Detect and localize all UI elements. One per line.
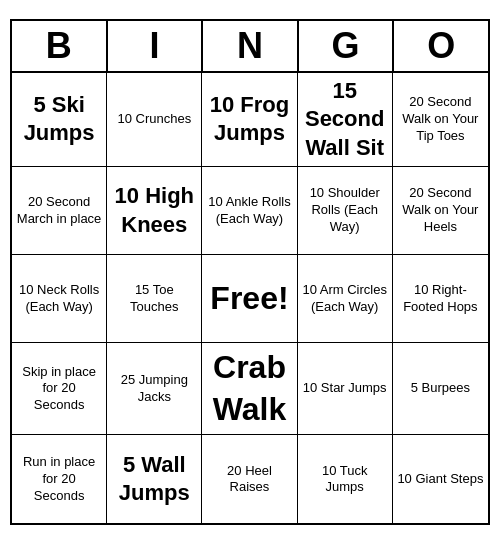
header-letter-b: B [12, 21, 108, 73]
bingo-cell-1: 10 Crunches [107, 73, 202, 168]
bingo-cell-10: 10 Neck Rolls (Each Way) [12, 255, 107, 343]
bingo-cell-2: 10 Frog Jumps [202, 73, 297, 168]
bingo-cell-23: 10 Tuck Jumps [298, 435, 393, 523]
bingo-cell-13: 10 Arm Circles (Each Way) [298, 255, 393, 343]
bingo-cell-17: Crab Walk [202, 343, 297, 435]
bingo-cell-8: 10 Shoulder Rolls (Each Way) [298, 167, 393, 255]
bingo-cell-6: 10 High Knees [107, 167, 202, 255]
bingo-cell-4: 20 Second Walk on Your Tip Toes [393, 73, 488, 168]
header-letter-o: O [394, 21, 488, 73]
bingo-cell-7: 10 Ankle Rolls (Each Way) [202, 167, 297, 255]
bingo-header: BINGO [12, 21, 488, 73]
bingo-cell-14: 10 Right-Footed Hops [393, 255, 488, 343]
bingo-grid: 5 Ski Jumps10 Crunches10 Frog Jumps15 Se… [12, 73, 488, 524]
bingo-cell-16: 25 Jumping Jacks [107, 343, 202, 435]
header-letter-n: N [203, 21, 299, 73]
bingo-cell-15: Skip in place for 20 Seconds [12, 343, 107, 435]
bingo-cell-18: 10 Star Jumps [298, 343, 393, 435]
header-letter-g: G [299, 21, 395, 73]
bingo-cell-21: 5 Wall Jumps [107, 435, 202, 523]
bingo-cell-20: Run in place for 20 Seconds [12, 435, 107, 523]
bingo-cell-22: 20 Heel Raises [202, 435, 297, 523]
bingo-cell-12: Free! [202, 255, 297, 343]
bingo-cell-24: 10 Giant Steps [393, 435, 488, 523]
bingo-cell-9: 20 Second Walk on Your Heels [393, 167, 488, 255]
bingo-cell-19: 5 Burpees [393, 343, 488, 435]
bingo-card: BINGO 5 Ski Jumps10 Crunches10 Frog Jump… [10, 19, 490, 526]
bingo-cell-3: 15 Second Wall Sit [298, 73, 393, 168]
bingo-cell-5: 20 Second March in place [12, 167, 107, 255]
bingo-cell-0: 5 Ski Jumps [12, 73, 107, 168]
bingo-cell-11: 15 Toe Touches [107, 255, 202, 343]
header-letter-i: I [108, 21, 204, 73]
